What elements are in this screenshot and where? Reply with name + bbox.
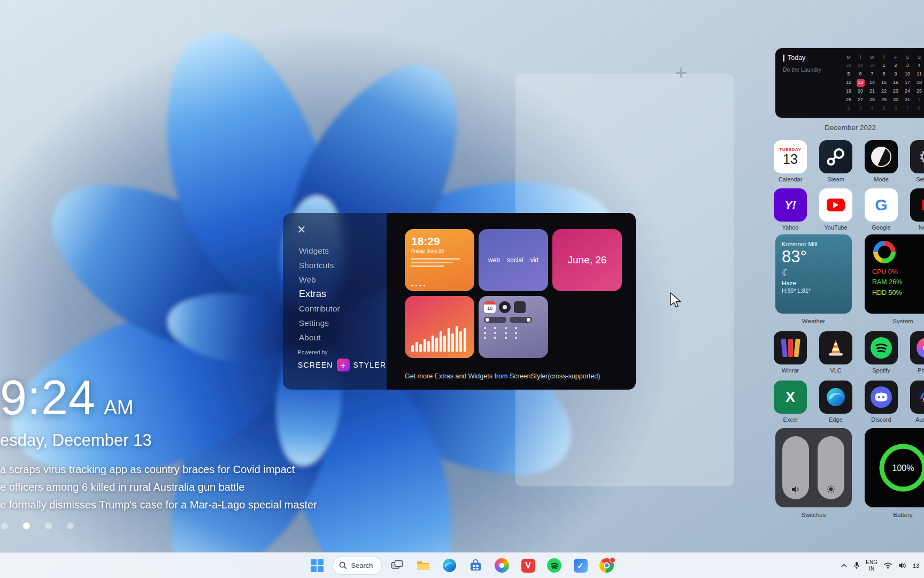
styler-menu-item[interactable]: Widgets <box>299 246 340 255</box>
system-monitor-widget[interactable]: CPU 0% RAM 26% HDD 50% <box>865 234 924 314</box>
calendar-day[interactable]: 2 <box>845 105 853 112</box>
calendar-day[interactable]: 22 <box>880 88 888 95</box>
calendar-day[interactable]: 28 <box>868 96 876 104</box>
calendar-day[interactable]: 29 <box>857 62 865 70</box>
volume-switch[interactable] <box>782 436 809 499</box>
mode-app-icon[interactable] <box>865 140 898 173</box>
app-spotify[interactable]: Spotify <box>856 331 907 374</box>
app-discord[interactable]: Discord <box>856 381 907 423</box>
extra-clock-widget-tile[interactable]: 18:29 Friday, June 26 <box>405 229 474 291</box>
pagination-dot[interactable] <box>67 522 74 529</box>
yahoo-app-icon[interactable]: Y! <box>774 188 807 222</box>
calendar-day[interactable]: 4 <box>915 62 923 70</box>
app-settings[interactable]: ⚙ Settings <box>901 140 924 182</box>
calendar-day[interactable]: 29 <box>880 96 888 104</box>
todo-app-button[interactable]: ✓ <box>570 555 591 576</box>
styler-menu-item[interactable]: Contributor <box>299 304 340 313</box>
calendar-day[interactable]: 10 <box>904 71 912 78</box>
app-calendar[interactable]: TUESDAY 13 Calendar <box>765 140 816 182</box>
google-app-icon[interactable]: G <box>865 188 898 222</box>
calendar-day[interactable]: 27 <box>857 96 865 104</box>
calendar-day[interactable]: 1 <box>880 62 888 70</box>
vlc-app-icon[interactable] <box>819 331 852 364</box>
youtube-app-icon[interactable] <box>819 188 852 222</box>
photos-app-button[interactable] <box>491 555 513 576</box>
calendar-event[interactable]: Do the Laundry <box>783 66 843 73</box>
calendar-day[interactable]: 8 <box>880 71 888 78</box>
vivaldi-browser-button[interactable]: V <box>518 555 539 576</box>
calendar-day[interactable]: 18 <box>915 79 923 87</box>
app-excel[interactable]: X Excel <box>765 381 816 423</box>
microphone-icon[interactable] <box>853 561 860 569</box>
app-winrar[interactable]: Winrar <box>765 331 816 374</box>
extra-date-widget-tile[interactable]: June, 26 <box>552 229 622 291</box>
calendar-day[interactable]: 7 <box>868 71 876 78</box>
calendar-day[interactable]: 23 <box>892 88 900 95</box>
calendar-day[interactable]: 20 <box>857 88 865 95</box>
calendar-day[interactable]: 30 <box>868 62 876 70</box>
calendar-day[interactable]: 2 <box>892 62 900 70</box>
brightness-switch[interactable] <box>818 436 844 499</box>
weather-widget[interactable]: Kohinoor Mill 83° ☾ Haze H:90° L:81° <box>775 234 852 314</box>
calendar-day[interactable]: 26 <box>845 96 853 104</box>
calendar-day[interactable]: 19 <box>845 88 853 95</box>
app-audacity[interactable]: Audacity <box>901 381 924 423</box>
extra-web-widget-tile[interactable]: websocialvid <box>479 229 548 291</box>
search-box[interactable]: Search <box>333 557 381 575</box>
app-photos[interactable]: Photos <box>901 331 924 374</box>
wifi-icon[interactable] <box>883 562 892 569</box>
winrar-app-icon[interactable] <box>774 331 807 364</box>
calendar-day[interactable]: 5 <box>880 105 888 112</box>
pagination-dot[interactable] <box>45 522 52 529</box>
add-widget-plus[interactable]: + <box>675 61 687 85</box>
pagination-dot[interactable] <box>23 522 30 529</box>
extra-phone-widget-tile[interactable]: 10 <box>479 296 548 358</box>
calendar-day[interactable]: 15 <box>880 79 888 87</box>
calendar-day[interactable]: 9 <box>892 71 900 78</box>
calendar-day[interactable]: 7 <box>904 105 912 112</box>
calendar-day[interactable]: 17 <box>904 79 912 87</box>
calendar-day[interactable]: 4 <box>868 105 876 112</box>
chrome-browser-button[interactable] <box>596 555 618 576</box>
calendar-day[interactable]: 12 <box>845 79 853 87</box>
app-edge[interactable]: Edge <box>810 381 861 423</box>
photos-app-icon[interactable] <box>910 331 924 364</box>
edge-app-icon[interactable] <box>819 381 852 414</box>
settings-app-icon[interactable]: ⚙ <box>910 140 924 173</box>
spotify-app-icon[interactable] <box>865 331 898 364</box>
tray-clock[interactable]: 13 <box>913 562 921 569</box>
calendar-day[interactable]: 3 <box>904 62 912 70</box>
pagination-dot[interactable] <box>1 522 8 529</box>
steam-app-icon[interactable] <box>819 140 852 173</box>
calendar-day[interactable]: 25 <box>915 88 923 95</box>
netflix-app-icon[interactable]: N <box>910 188 924 222</box>
microsoft-store-button[interactable] <box>465 555 487 576</box>
calendar-day[interactable]: 24 <box>904 88 912 95</box>
task-view-button[interactable] <box>387 555 408 576</box>
styler-menu-item[interactable]: About <box>299 333 340 342</box>
calendar-day[interactable]: 11 <box>915 71 923 78</box>
calendar-day[interactable]: 13 <box>857 79 865 87</box>
start-button[interactable] <box>306 555 328 576</box>
calendar-day[interactable]: 3 <box>857 105 865 112</box>
extra-equalizer-widget-tile[interactable] <box>405 296 474 358</box>
calendar-day[interactable]: 5 <box>845 71 853 78</box>
tray-chevron-up-icon[interactable] <box>841 563 848 568</box>
file-explorer-button[interactable] <box>413 555 434 576</box>
language-indicator[interactable]: ENG IN <box>866 559 877 572</box>
calendar-day[interactable]: 28 <box>845 62 853 70</box>
spotify-button[interactable] <box>544 555 565 576</box>
volume-icon[interactable] <box>898 562 907 569</box>
audacity-app-icon[interactable] <box>910 381 924 414</box>
close-icon[interactable]: × <box>297 222 306 238</box>
app-mode[interactable]: Mode <box>856 140 907 182</box>
discord-app-icon[interactable] <box>865 381 898 414</box>
excel-app-icon[interactable]: X <box>774 381 807 414</box>
calendar-widget[interactable]: Today Do the Laundry ---- MTWTFSS 282930… <box>775 48 924 118</box>
calendar-day[interactable]: 14 <box>868 79 876 87</box>
app-google[interactable]: G Google <box>856 188 907 231</box>
calendar-day[interactable]: 8 <box>915 105 923 112</box>
styler-menu-item[interactable]: Extras <box>299 290 340 299</box>
calendar-day[interactable]: 30 <box>892 96 900 104</box>
calendar-day[interactable]: 1 <box>915 96 923 104</box>
